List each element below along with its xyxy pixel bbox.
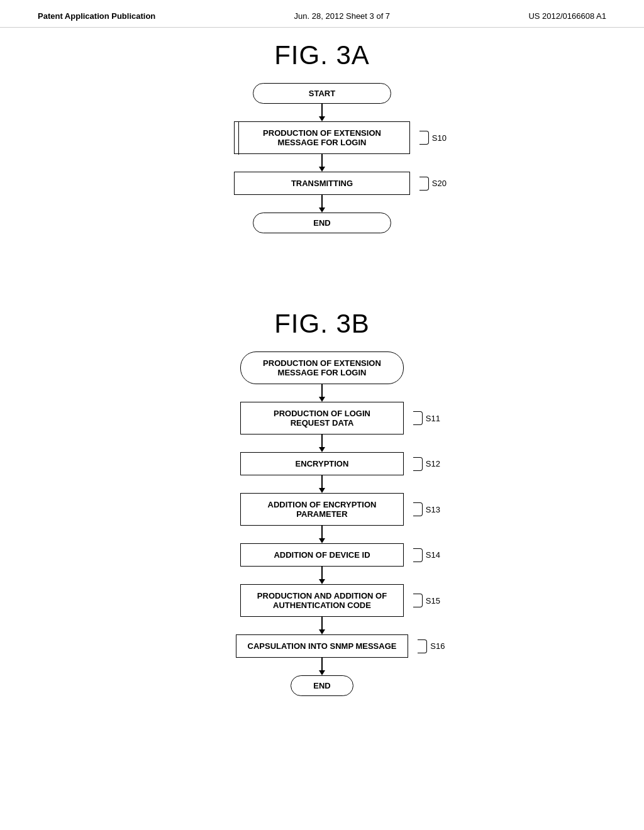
page-content: FIG. 3A START PRODUCTION OF EXTENSIONMES… [0, 28, 644, 734]
fig3b-start-node: PRODUCTION OF EXTENSIONMESSAGE FOR LOGIN [240, 351, 404, 384]
fig3b-start-terminal: PRODUCTION OF EXTENSIONMESSAGE FOR LOGIN [240, 351, 404, 384]
fig-3b-section: FIG. 3B PRODUCTION OF EXTENSIONMESSAGE F… [38, 309, 606, 721]
fig3a-end-node: END [253, 213, 391, 233]
arrow-line [321, 475, 323, 488]
arrow-head [319, 579, 325, 584]
fig3b-s12-process: ENCRYPTION [240, 452, 404, 475]
header-date-sheet: Jun. 28, 2012 Sheet 3 of 7 [294, 11, 391, 21]
arrow-head [319, 208, 325, 213]
fig3b-s15-node: PRODUCTION AND ADDITION OFAUTHENTICATION… [240, 584, 404, 617]
fig3a-s20-node: TRANSMITTING S20 [234, 172, 410, 195]
fig3b-s16-process: CAPSULATION INTO SNMP MESSAGE [236, 634, 409, 658]
arrow-head [319, 488, 325, 493]
fig3b-end-terminal: END [291, 675, 353, 696]
fig3b-s16-node: CAPSULATION INTO SNMP MESSAGE S16 [236, 634, 409, 658]
fig3b-s13-node: ADDITION OF ENCRYPTIONPARAMETER S13 [240, 493, 404, 526]
arrow-line [321, 384, 323, 397]
fig3b-s14-process: ADDITION OF DEVICE ID [240, 543, 404, 567]
arrow-b5 [319, 567, 325, 584]
arrow-head [319, 167, 325, 172]
arrow-line [321, 195, 323, 208]
arrow-head [319, 670, 325, 675]
fig3a-end-terminal: END [253, 213, 391, 233]
arrow-line [321, 526, 323, 538]
arrow-head [319, 397, 325, 402]
fig3a-s10-process: PRODUCTION OF EXTENSIONMESSAGE FOR LOGIN [234, 121, 410, 154]
arrow-b7 [319, 658, 325, 675]
fig3b-s13-label: S13 [413, 502, 440, 516]
page-header: Patent Application Publication Jun. 28, … [0, 0, 644, 28]
arrow-1 [319, 104, 325, 121]
fig3b-s15-process: PRODUCTION AND ADDITION OFAUTHENTICATION… [240, 584, 404, 617]
fig-3a-section: FIG. 3A START PRODUCTION OF EXTENSIONMES… [38, 40, 606, 258]
fig-3a-flowchart: START PRODUCTION OF EXTENSIONMESSAGE FOR… [234, 83, 410, 233]
arrow-b6 [319, 617, 325, 634]
arrow-line [321, 104, 323, 116]
fig3b-s11-node: PRODUCTION OF LOGINREQUEST DATA S11 [240, 402, 404, 434]
arrow-3 [319, 195, 325, 213]
fig3b-s15-label: S15 [413, 594, 440, 607]
fig3a-s10-label: S10 [419, 131, 447, 145]
fig3b-s11-process: PRODUCTION OF LOGINREQUEST DATA [240, 402, 404, 434]
arrow-2 [319, 154, 325, 172]
fig3b-s12-label: S12 [413, 457, 440, 471]
arrow-line [321, 434, 323, 447]
header-publication-label: Patent Application Publication [38, 11, 155, 21]
fig3b-end-node: END [291, 675, 353, 696]
fig3a-s10-node: PRODUCTION OF EXTENSIONMESSAGE FOR LOGIN… [234, 121, 410, 154]
fig3a-s20-process: TRANSMITTING [234, 172, 410, 195]
arrow-line [321, 658, 323, 670]
fig-3b-flowchart: PRODUCTION OF EXTENSIONMESSAGE FOR LOGIN… [236, 351, 409, 696]
fig3a-start-node: START [253, 83, 391, 104]
fig3a-start-terminal: START [253, 83, 391, 104]
arrow-head [319, 447, 325, 452]
fig3b-s13-process: ADDITION OF ENCRYPTIONPARAMETER [240, 493, 404, 526]
fig3b-s11-label: S11 [413, 411, 440, 425]
arrow-head [319, 116, 325, 121]
header-patent-number: US 2012/0166608 A1 [528, 11, 606, 21]
fig3b-s14-node: ADDITION OF DEVICE ID S14 [240, 543, 404, 567]
fig3b-s14-label: S14 [413, 548, 440, 562]
arrow-line [321, 154, 323, 167]
arrow-head [319, 538, 325, 543]
arrow-line [321, 567, 323, 579]
fig-3a-title: FIG. 3A [274, 40, 370, 70]
arrow-b2 [319, 434, 325, 452]
fig3a-s20-label: S20 [419, 177, 447, 191]
fig-3b-title: FIG. 3B [274, 309, 370, 339]
fig3b-s16-label: S16 [418, 639, 445, 653]
arrow-head [319, 629, 325, 634]
arrow-line [321, 617, 323, 629]
arrow-b4 [319, 526, 325, 543]
arrow-b3 [319, 475, 325, 493]
arrow-b1 [319, 384, 325, 402]
fig3b-s12-node: ENCRYPTION S12 [240, 452, 404, 475]
